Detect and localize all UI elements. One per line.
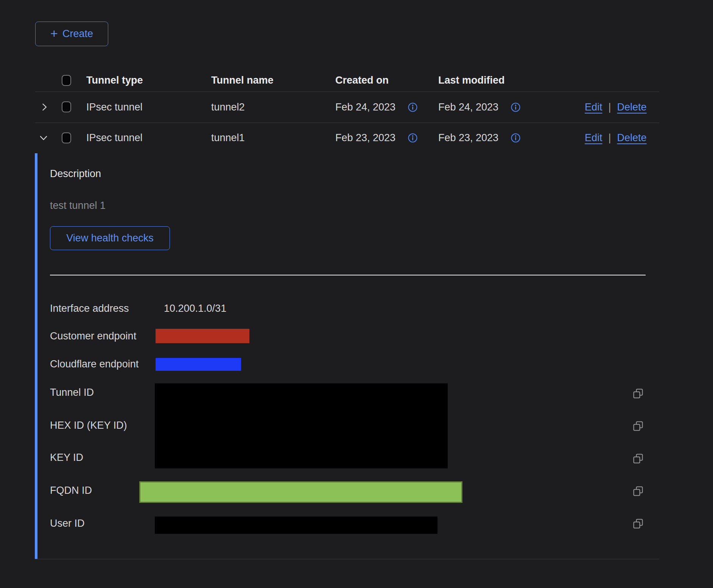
key-id-label: KEY ID (50, 451, 83, 464)
customer-endpoint-redaction (156, 329, 249, 343)
fqdn-id-redaction (139, 481, 462, 503)
copy-button[interactable] (632, 453, 644, 464)
view-health-checks-button[interactable]: View health checks (50, 226, 170, 250)
row-checkbox[interactable] (62, 132, 71, 143)
info-icon[interactable] (511, 133, 521, 143)
info-icon[interactable] (408, 102, 418, 112)
row-checkbox[interactable] (62, 101, 71, 112)
chevron-right-icon (39, 102, 49, 112)
copy-icon (632, 420, 644, 432)
copy-icon (632, 453, 644, 464)
action-separator: | (609, 132, 611, 144)
copy-button[interactable] (632, 388, 644, 399)
tunnel-type-cell: IPsec tunnel (86, 101, 143, 113)
column-header-created-on: Created on (335, 74, 389, 86)
cloudflare-endpoint-label: Cloudflare endpoint (50, 358, 139, 370)
description-value: test tunnel 1 (50, 199, 106, 212)
collapse-row-button[interactable] (39, 133, 48, 143)
chevron-down-icon (39, 133, 48, 143)
fqdn-id-label: FQDN ID (50, 484, 92, 496)
header-divider (35, 92, 659, 92)
edit-link[interactable]: Edit (585, 132, 602, 144)
delete-link[interactable]: Delete (617, 101, 647, 113)
last-modified-cell: Feb 24, 2023 (438, 101, 498, 113)
copy-icon (632, 485, 644, 497)
hex-id-label: HEX ID (KEY ID) (50, 419, 127, 431)
interface-address-label: Interface address (50, 302, 129, 314)
expand-row-button[interactable] (39, 102, 49, 112)
info-icon[interactable] (511, 102, 521, 112)
select-all-checkbox[interactable] (62, 75, 71, 86)
row-divider (35, 123, 659, 123)
interface-address-value: 10.200.1.0/31 (164, 302, 226, 314)
create-button[interactable]: + Create (35, 22, 108, 46)
customer-endpoint-label: Customer endpoint (50, 330, 136, 342)
view-health-checks-label: View health checks (66, 232, 154, 244)
info-icon[interactable] (408, 133, 418, 143)
last-modified-cell: Feb 23, 2023 (438, 132, 498, 144)
copy-button[interactable] (632, 518, 644, 529)
created-on-cell: Feb 23, 2023 (335, 132, 395, 144)
plus-icon: + (50, 27, 58, 40)
panel-accent-border (35, 153, 37, 559)
column-header-last-modified: Last modified (438, 74, 505, 86)
column-header-tunnel-type: Tunnel type (86, 74, 143, 86)
copy-icon (632, 388, 644, 399)
tunnel-name-cell: tunnel2 (211, 101, 245, 113)
create-button-label: Create (62, 28, 93, 40)
panel-bottom-divider (35, 559, 659, 559)
user-id-redaction (155, 516, 437, 534)
cloudflare-endpoint-redaction (156, 358, 241, 371)
column-header-tunnel-name: Tunnel name (211, 74, 274, 86)
edit-link[interactable]: Edit (585, 101, 602, 113)
section-divider (50, 275, 646, 275)
created-on-cell: Feb 24, 2023 (335, 101, 395, 113)
copy-icon (632, 518, 644, 529)
tunnels-page: + Create Tunnel type Tunnel name Created… (0, 0, 713, 588)
tunnel-type-cell: IPsec tunnel (86, 132, 143, 144)
action-separator: | (609, 101, 611, 113)
tunnel-name-cell: tunnel1 (211, 132, 245, 144)
tunnel-id-label: Tunnel ID (50, 386, 94, 398)
copy-button[interactable] (632, 420, 644, 432)
delete-link[interactable]: Delete (617, 132, 647, 144)
description-label: Description (50, 168, 101, 180)
ids-redaction (155, 383, 448, 468)
copy-button[interactable] (632, 485, 644, 497)
user-id-label: User ID (50, 517, 85, 529)
